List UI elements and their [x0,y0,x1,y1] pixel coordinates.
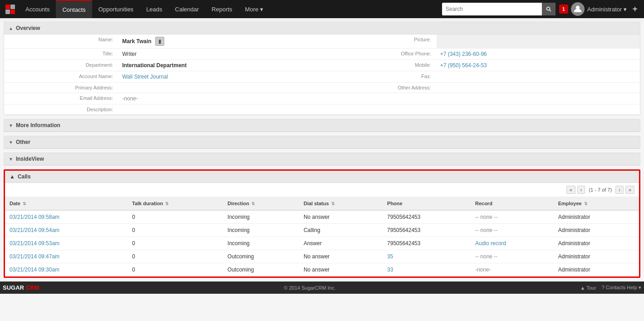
col-header-direction[interactable]: Direction ⇅ [223,197,299,210]
admin-menu[interactable]: Administrator ▾ [587,6,627,13]
call-duration-cell: 0 [128,224,223,237]
office-phone-link[interactable]: +7 (343) 236-60-96 [440,51,487,57]
mobile-label: Mobile: [322,60,436,71]
other-address-value [437,83,640,93]
chevron-down-icon: ▾ [260,6,263,13]
account-name-link[interactable]: Wall Street Journal [122,74,168,80]
nav-item-accounts[interactable]: Accounts [19,0,56,18]
call-date-cell: 03/21/2014 09:53am [5,237,128,250]
mobile-value: +7 (950) 564-24-53 [437,60,640,71]
search-button[interactable] [542,3,556,15]
footer: SUGAR CRM © 2014 SugarCRM Inc. ▲ Tour ? … [0,281,644,294]
call-direction-cell: Incoming [223,210,299,224]
nav-item-calendar[interactable]: Calendar [169,0,206,18]
notification-badge[interactable]: 1 [559,5,568,14]
footer-right: ▲ Tour ? Contacts Help ▾ [580,285,641,291]
pagination-last-button[interactable]: » [625,186,634,194]
overview-form: Name: Mark Twain ▮ Picture: Title: Write… [4,35,640,115]
calls-pagination: « ‹ (1 - 7 of 7) › » [5,183,639,197]
call-phone-link[interactable]: 33 [387,267,393,273]
footer-tour-link[interactable]: ▲ Tour [580,285,596,291]
table-row: 03/21/2014 09:47am0OutcomingNo answer35-… [5,250,639,263]
table-row: 03/21/2014 09:53am0IncomingAnswer7950564… [5,237,639,250]
primary-address-value [118,83,322,93]
call-duration-cell: 0 [128,250,223,263]
sort-arrows-icon: ⇅ [165,202,169,206]
form-row-account: Account Name: Wall Street Journal Fax: [4,71,640,83]
mobile-link[interactable]: +7 (950) 564-24-53 [440,62,487,69]
call-date-link[interactable]: 03/21/2014 09:53am [10,240,59,247]
nav-item-reports[interactable]: Reports [205,0,239,18]
avatar[interactable] [571,2,585,16]
form-row-description: Description: [4,104,640,115]
pagination-next-button[interactable]: › [615,186,624,194]
call-date-link[interactable]: 03/21/2014 09:54am [10,227,59,233]
name-icon-button[interactable]: ▮ [155,37,164,46]
picture-value [437,35,640,49]
email-label: Email Address: [4,93,118,104]
nav-item-contacts[interactable]: Contacts [56,0,92,18]
app-logo[interactable] [4,3,16,15]
call-date-link[interactable]: 03/21/2014 09:30am [10,267,59,273]
call-date-cell: 03/21/2014 09:54am [5,224,128,237]
other-address-label: Other Address: [322,83,436,93]
title-value: Writer [118,49,322,60]
form-row-department: Department: International Department Mob… [4,60,640,71]
call-phone-cell: 79505642453 [383,224,471,237]
name-value: Mark Twain ▮ [118,35,322,49]
fax-label: Fax: [322,71,436,83]
call-duration-cell: 0 [128,263,223,277]
calls-header[interactable]: ▲ Calls [5,171,639,183]
call-record-cell: -- none -- [471,224,554,237]
pagination-first-button[interactable]: « [566,186,575,194]
pagination-prev-button[interactable]: ‹ [577,186,585,194]
table-row: 03/21/2014 09:54am0IncomingCalling795056… [5,224,639,237]
add-button[interactable]: + [629,4,640,15]
fax-value [437,71,640,83]
footer-help-link[interactable]: ? Contacts Help ▾ [602,285,641,291]
call-direction-cell: Incoming [223,237,299,250]
call-phone-cell: 33 [383,263,471,277]
office-phone-label: Office Phone: [322,49,436,60]
call-record-cell: -none- [471,263,554,277]
account-name-label: Account Name: [4,71,118,83]
more-info-header[interactable]: ▼ More Information [4,119,640,132]
email-value: -none- [118,93,640,104]
call-dial-status-cell: Calling [299,224,383,237]
main-content: ▲ Overview Name: Mark Twain ▮ Picture: [0,22,644,321]
col-header-talk-duration[interactable]: Talk duration ⇅ [128,197,223,210]
svg-rect-0 [5,5,10,9]
footer-logo-crm: CRM [26,284,39,291]
col-header-date[interactable]: Date ⇅ [5,197,128,210]
insideview-header[interactable]: ▼ InsideView [4,153,640,165]
call-record-link[interactable]: Audio record [475,240,506,247]
nav-item-opportunities[interactable]: Opportunities [92,0,140,18]
collapse-arrow-icon: ▼ [9,140,13,145]
collapse-arrow-icon: ▲ [10,173,15,180]
call-dial-status-cell: No answer [299,263,383,277]
help-icon: ? [602,285,605,290]
call-employee-cell: Administrator [554,224,639,237]
call-phone-link[interactable]: 35 [387,253,393,260]
call-dial-status-cell: Answer [299,237,383,250]
col-header-record[interactable]: Record [471,197,554,210]
call-date-link[interactable]: 03/21/2014 09:58am [10,214,59,220]
col-header-phone[interactable]: Phone [383,197,471,210]
overview-header[interactable]: ▲ Overview [4,22,640,35]
call-date-link[interactable]: 03/21/2014 09:47am [10,253,59,260]
svg-line-5 [549,10,551,12]
nav-item-leads[interactable]: Leads [140,0,168,18]
call-record-cell: Audio record [471,237,554,250]
department-value: International Department [118,60,322,71]
col-header-employee[interactable]: Employee ⇅ [554,197,639,210]
call-direction-cell: Outcoming [223,263,299,277]
name-label: Name: [4,35,118,49]
other-header[interactable]: ▼ Other [4,136,640,148]
call-record-cell: -- none -- [471,250,554,263]
search-input[interactable] [442,3,542,15]
col-header-dial-status[interactable]: Dial status ⇅ [299,197,383,210]
calls-table: Date ⇅ Talk duration ⇅ Direction ⇅ Dial … [5,197,639,277]
nav-item-more[interactable]: More ▾ [239,0,270,18]
other-panel: ▼ Other [4,136,640,149]
call-employee-cell: Administrator [554,210,639,224]
